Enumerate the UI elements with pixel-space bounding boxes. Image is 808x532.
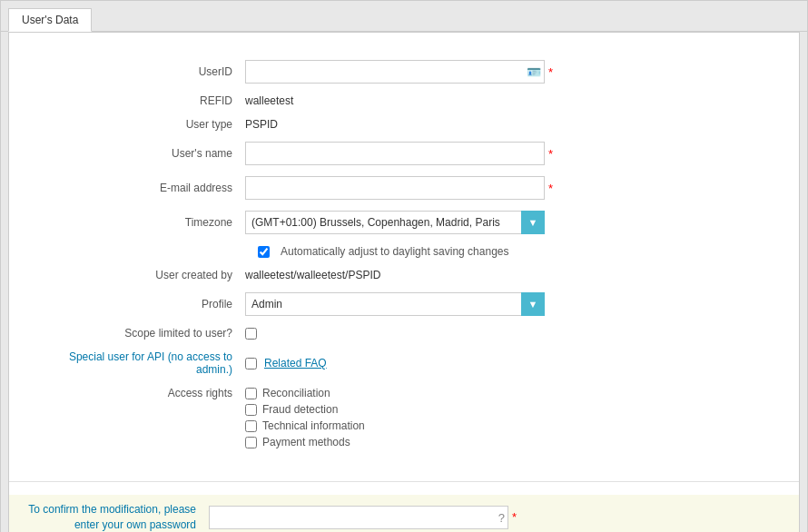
access-rights-payment[interactable]: Payment methods [245, 436, 365, 448]
scope-label: Scope limited to user? [45, 327, 245, 340]
email-input-wrapper [245, 176, 545, 200]
fraud-label: Fraud detection [262, 403, 338, 416]
tab-bar: User's Data [1, 1, 807, 32]
access-rights-fraud[interactable]: Fraud detection [245, 403, 365, 416]
user-created-by-label: User created by [45, 269, 245, 281]
related-faq-link[interactable]: Related FAQ [264, 357, 327, 369]
timezone-label: Timezone [45, 216, 245, 229]
userid-required: * [548, 65, 553, 79]
special-user-row: Special user for API (no access to admin… [45, 350, 763, 376]
scope-checkbox[interactable] [245, 328, 257, 340]
payment-label: Payment methods [262, 436, 350, 448]
auto-adjust-text: Automatically adjust to daylight saving … [281, 245, 508, 258]
user-created-by-row: User created by walleetest/walleetest/PS… [45, 269, 763, 281]
auto-adjust-label[interactable]: Automatically adjust to daylight saving … [258, 245, 508, 258]
usertype-value: PSPID [245, 118, 278, 131]
password-label: To confirm the modification, please ente… [9, 502, 209, 532]
userid-input-wrapper: 🪪 [245, 60, 545, 84]
password-question-icon: ? [498, 510, 505, 524]
password-input-wrapper: ? [209, 506, 508, 529]
technical-label: Technical information [262, 419, 365, 432]
access-rights-technical[interactable]: Technical information [245, 419, 365, 432]
userid-row: UserID 🪪 * [45, 60, 763, 84]
tab-users-data[interactable]: User's Data [8, 8, 92, 32]
refid-row: REFID walleetest [45, 94, 763, 107]
password-input[interactable] [209, 506, 508, 529]
userid-icon: 🪪 [527, 65, 541, 79]
email-required: * [548, 182, 553, 195]
username-input-wrapper [245, 142, 545, 165]
userid-label: UserID [45, 65, 245, 78]
refid-label: REFID [45, 94, 245, 107]
refid-value: walleetest [245, 94, 293, 107]
access-rights-group: Reconciliation Fraud detection Technical… [245, 387, 365, 448]
special-user-label: Special user for API (no access to admin… [45, 350, 245, 376]
access-rights-reconciliation[interactable]: Reconciliation [245, 387, 365, 399]
user-created-by-value: walleetest/walleetest/PSPID [245, 269, 380, 281]
usertype-label: User type [45, 118, 245, 131]
main-content: UserID 🪪 * REFID walleetest User type PS… [8, 32, 800, 532]
profile-select-wrapper: Admin User ReadOnly ▼ [245, 292, 545, 316]
userid-input[interactable] [245, 60, 545, 84]
checkbox-technical[interactable] [245, 420, 257, 432]
password-row: To confirm the modification, please ente… [9, 495, 799, 532]
checkbox-fraud[interactable] [245, 404, 257, 416]
auto-adjust-checkbox[interactable] [258, 246, 270, 258]
profile-row: Profile Admin User ReadOnly ▼ [45, 292, 763, 316]
username-required: * [548, 147, 553, 161]
access-rights-label: Access rights [45, 387, 245, 399]
separator [9, 481, 799, 482]
reconciliation-label: Reconciliation [262, 387, 330, 399]
auto-adjust-offset: Automatically adjust to daylight saving … [258, 245, 508, 258]
timezone-select[interactable]: (GMT+01:00) Brussels, Copenhagen, Madrid… [245, 211, 545, 234]
special-user-controls: Related FAQ [245, 357, 327, 369]
checkbox-reconciliation[interactable] [245, 388, 257, 399]
timezone-select-wrapper: (GMT+01:00) Brussels, Copenhagen, Madrid… [245, 211, 545, 234]
checkbox-payment[interactable] [245, 437, 257, 448]
scope-row: Scope limited to user? [45, 327, 763, 340]
profile-label: Profile [45, 298, 245, 310]
password-required: * [512, 510, 517, 524]
username-row: User's name * [45, 142, 763, 165]
profile-select[interactable]: Admin User ReadOnly [245, 292, 545, 316]
special-user-checkbox[interactable] [245, 358, 257, 369]
auto-adjust-row: Automatically adjust to daylight saving … [45, 245, 763, 258]
form-section: UserID 🪪 * REFID walleetest User type PS… [9, 51, 799, 468]
email-label: E-mail address [45, 182, 245, 194]
email-input[interactable] [245, 176, 545, 200]
email-row: E-mail address * [45, 176, 763, 200]
username-input[interactable] [245, 142, 545, 165]
usertype-row: User type PSPID [45, 118, 763, 131]
username-label: User's name [45, 147, 245, 160]
timezone-row: Timezone (GMT+01:00) Brussels, Copenhage… [45, 211, 763, 234]
access-rights-row: Access rights Reconciliation Fraud detec… [45, 387, 763, 448]
